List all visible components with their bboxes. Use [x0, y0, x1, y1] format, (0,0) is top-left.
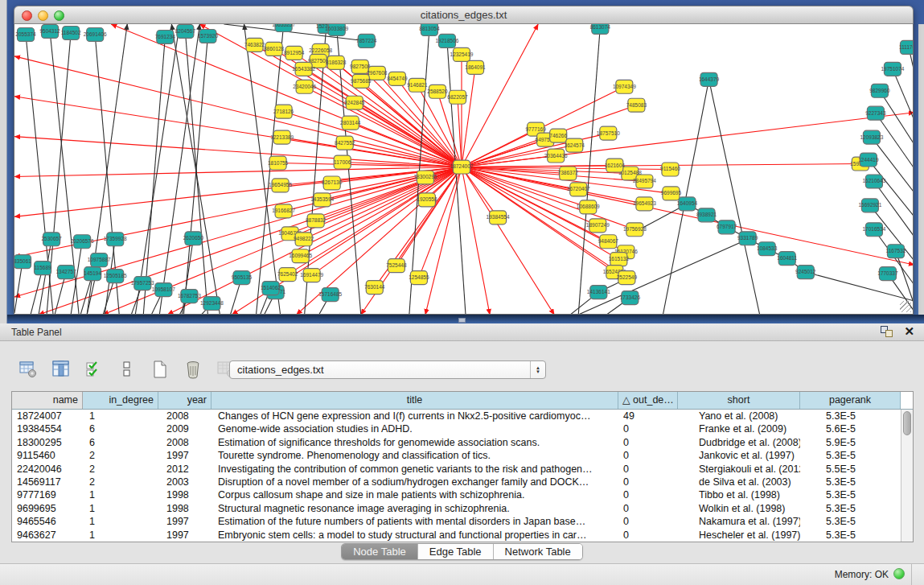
tab-node-table[interactable]: Node Table: [342, 544, 418, 559]
graph-node[interactable]: 18300295: [413, 171, 437, 184]
citation-edge-red[interactable]: [462, 156, 556, 167]
close-panel-icon[interactable]: ✕: [904, 326, 914, 337]
graph-node[interactable]: 115689: [34, 262, 51, 275]
graph-node[interactable]: 12505185: [104, 270, 127, 283]
table-vertical-scrollbar[interactable]: [901, 410, 913, 542]
graph-node[interactable]: 20364436: [544, 149, 568, 163]
citation-edge-black[interactable]: [876, 113, 914, 169]
citation-edge-black[interactable]: [171, 24, 220, 315]
citation-graph[interactable]: 1872400774638228860128891295422226058982…: [14, 24, 914, 315]
graph-node[interactable]: 1770337: [877, 267, 898, 281]
graph-node[interactable]: 7525448: [386, 259, 407, 273]
citation-edge-black[interactable]: [14, 262, 23, 313]
graph-node[interactable]: 9227343: [865, 106, 886, 120]
graph-node[interactable]: 9245012: [795, 266, 816, 279]
citation-edge-black[interactable]: [880, 91, 914, 145]
citation-edge-red[interactable]: [14, 137, 462, 167]
graph-node[interactable]: 2718126: [273, 105, 294, 118]
graph-node[interactable]: 16543382: [292, 62, 315, 76]
float-panel-icon[interactable]: [881, 326, 893, 337]
graph-node[interactable]: 28495794: [633, 175, 656, 188]
graph-node[interactable]: 8204567: [175, 24, 196, 38]
graph-node[interactable]: 18724007: [450, 160, 474, 174]
citation-edge-black[interactable]: [709, 80, 760, 315]
table-row[interactable]: 2242004622012Investigating the contribut…: [12, 463, 901, 476]
graph-node[interactable]: 1254855: [409, 271, 429, 285]
citation-edge-red[interactable]: [167, 167, 462, 315]
graph-node[interactable]: 14136141: [587, 286, 610, 299]
graph-node[interactable]: 2522549: [617, 271, 638, 285]
table-row[interactable]: 911546021997Tourette syndrome. Phenomeno…: [12, 449, 901, 462]
graph-node[interactable]: 1244419: [858, 153, 879, 167]
column-header-short[interactable]: short: [678, 392, 800, 409]
graph-node[interactable]: 1184502: [61, 26, 81, 39]
citation-edge-red[interactable]: [462, 167, 634, 230]
graph-node[interactable]: 1342757: [55, 266, 76, 279]
graph-node[interactable]: 12923448: [200, 297, 224, 311]
graph-node[interactable]: 16033809: [325, 24, 348, 35]
graph-node[interactable]: 1640954: [677, 197, 698, 211]
select-column-icon[interactable]: [51, 359, 72, 380]
graph-node[interactable]: 19756928: [623, 223, 647, 237]
citation-edge-red[interactable]: [355, 103, 462, 167]
graph-node[interactable]: 16782753: [178, 290, 201, 303]
graph-node[interactable]: 19218506: [435, 34, 458, 47]
graph-node[interactable]: 1810755: [268, 156, 289, 170]
graph-node[interactable]: 17016534: [862, 223, 885, 237]
graph-node[interactable]: 8938921: [696, 208, 717, 222]
citation-edge-black[interactable]: [159, 24, 199, 315]
select-rows-check-icon[interactable]: [84, 359, 105, 380]
graph-node[interactable]: 9498222: [294, 233, 314, 246]
graph-node[interactable]: 17359928: [104, 233, 127, 246]
citation-edge-red[interactable]: [14, 97, 462, 167]
graph-node[interactable]: 16099465: [289, 249, 312, 263]
graph-node[interactable]: 9829960: [869, 84, 890, 97]
graph-node[interactable]: 19166827: [272, 204, 295, 218]
graph-node[interactable]: 8427552: [335, 136, 355, 150]
citation-edge-red[interactable]: [284, 112, 462, 167]
graph-node[interactable]: 1514062: [261, 282, 281, 295]
graph-node[interactable]: 835061: [14, 255, 31, 269]
table-selector-dropdown[interactable]: citations_edges.txt ▲▼: [229, 360, 546, 379]
graph-node[interactable]: 8912954: [284, 46, 305, 60]
graph-node[interactable]: 15692921: [858, 199, 881, 212]
column-header-pagerank[interactable]: pagerank: [800, 392, 901, 409]
table-settings-icon[interactable]: [18, 359, 39, 380]
table-row[interactable]: 946554611997Estimation of the future num…: [12, 515, 901, 528]
column-header-year[interactable]: year: [158, 392, 211, 409]
table-row[interactable]: 946362711997Embryonic stem cells: a mode…: [12, 529, 901, 542]
graph-node[interactable]: 23420046: [293, 80, 316, 93]
table-row[interactable]: 1938455462009Genome-wide association stu…: [12, 422, 901, 435]
split-pane-handle[interactable]: [458, 318, 466, 323]
graph-node[interactable]: 8813054: [419, 24, 440, 35]
citation-edge-black[interactable]: [578, 240, 745, 315]
graph-node[interactable]: 16210643: [862, 175, 885, 188]
table-row[interactable]: 1456911722003Disruption of a novel membe…: [12, 476, 901, 488]
graph-node[interactable]: 8613074: [590, 24, 611, 34]
graph-node[interactable]: 117006: [334, 155, 351, 169]
graph-node[interactable]: 1573920: [198, 29, 219, 43]
graph-node[interactable]: 15716485: [318, 288, 342, 302]
graph-node[interactable]: 19654923: [633, 197, 656, 211]
graph-node[interactable]: 10655257: [272, 24, 295, 31]
column-header-out_de[interactable]: △ out_de…: [618, 392, 678, 409]
citation-edge-red[interactable]: [462, 167, 914, 266]
window-titlebar[interactable]: citations_edges.txt: [14, 6, 914, 24]
graph-node[interactable]: 7463822: [244, 38, 265, 51]
column-header-in_degree[interactable]: in_degree: [83, 392, 158, 409]
row-height-icon[interactable]: [117, 359, 138, 380]
graph-node[interactable]: 1111704: [899, 40, 914, 54]
graph-node[interactable]: 19654955: [269, 179, 292, 192]
graph-node[interactable]: 8454749: [387, 72, 408, 85]
delete-trash-icon[interactable]: [183, 359, 203, 380]
graph-node[interactable]: 1644379: [699, 72, 720, 86]
column-header-title[interactable]: title: [211, 392, 618, 409]
graph-node[interactable]: 7691234: [155, 30, 176, 43]
graph-node[interactable]: 746266: [549, 129, 567, 142]
graph-node[interactable]: 10974349: [613, 80, 636, 93]
graph-node[interactable]: 1604811: [777, 252, 797, 266]
graph-node[interactable]: 9699695: [661, 187, 682, 200]
graph-node[interactable]: 17957253: [131, 277, 154, 290]
graph-node[interactable]: 7630144: [364, 281, 385, 295]
graph-node[interactable]: 6822057: [447, 90, 468, 104]
